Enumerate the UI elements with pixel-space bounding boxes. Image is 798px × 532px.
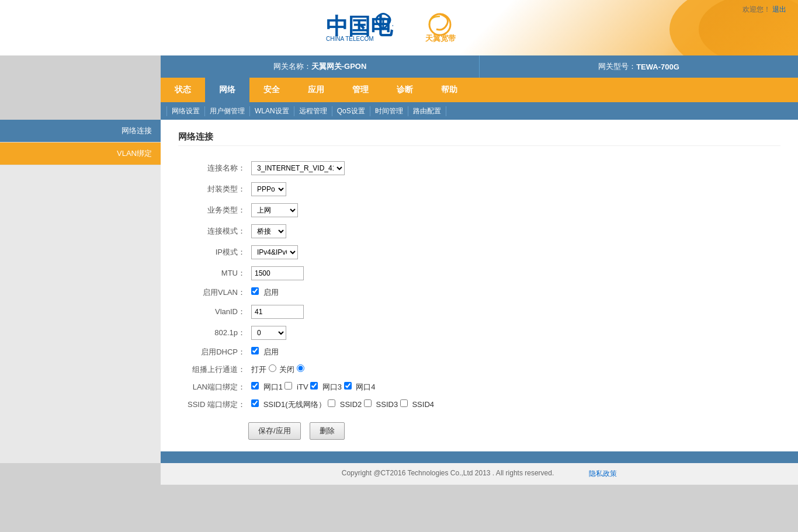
ssid3-label: SSID3 bbox=[376, 400, 398, 409]
main-content: 网络连接 连接名称： 3_INTERNET_R_VID_41 封装类型： P bbox=[161, 120, 798, 451]
dot1p-select[interactable]: 0 1 2 3 4 5 6 7 bbox=[251, 326, 286, 340]
dot1p-row: 802.1p： 0 1 2 3 4 5 6 7 bbox=[178, 322, 437, 343]
lan-itv-label: iTV bbox=[297, 383, 308, 391]
enable-vlan-checkbox[interactable] bbox=[251, 287, 259, 295]
service-type-label: 业务类型： bbox=[178, 200, 248, 221]
enable-dhcp-row: 启用DHCP： 启用 bbox=[178, 343, 437, 361]
nav-security[interactable]: 安全 bbox=[249, 78, 294, 102]
svg-text:CHINA TELECOM: CHINA TELECOM bbox=[326, 36, 374, 42]
connection-name-select[interactable]: 3_INTERNET_R_VID_41 bbox=[251, 161, 345, 175]
tianyi-logo-icon: 天翼宽带 bbox=[422, 12, 475, 44]
nav-network[interactable]: 网络 bbox=[205, 78, 249, 102]
logout-link[interactable]: 退出 bbox=[772, 5, 786, 13]
connection-mode-row: 连接模式： 桥接 路由 bbox=[178, 221, 437, 242]
lan-port1-checkbox[interactable] bbox=[251, 382, 259, 390]
ssid1-checkbox[interactable] bbox=[251, 399, 259, 407]
lan-bind-row: LAN端口绑定： 网口1 iTV 网口3 网口4 bbox=[178, 378, 437, 396]
multicast-off-radio[interactable] bbox=[297, 364, 304, 372]
nav-status[interactable]: 状态 bbox=[161, 78, 205, 102]
lan-port4-label: 网口4 bbox=[356, 383, 375, 391]
enable-vlan-text: 启用 bbox=[263, 288, 279, 297]
mtu-input[interactable]: 1500 bbox=[251, 266, 304, 280]
ssid4-label: SSID4 bbox=[412, 400, 434, 409]
form-buttons: 保存/应用 删除 bbox=[178, 422, 780, 440]
ssid-bind-label: SSID 端口绑定： bbox=[178, 396, 248, 413]
gateway-name-label: 网关名称： bbox=[273, 61, 311, 72]
ssid4-checkbox[interactable] bbox=[400, 399, 408, 407]
vlan-id-input[interactable]: 41 bbox=[251, 305, 304, 319]
sidebar-vlan-bind[interactable]: VLAN绑定 bbox=[0, 142, 161, 165]
nav-diagnose[interactable]: 诊断 bbox=[383, 78, 427, 102]
multicast-off-text: 关闭 bbox=[279, 365, 294, 374]
lan-port1-label: 网口1 bbox=[263, 383, 283, 391]
enable-vlan-label: 启用VLAN： bbox=[178, 284, 248, 301]
service-type-row: 业务类型： 上网 IPTV VoIP bbox=[178, 200, 437, 221]
encap-type-row: 封装类型： PPPoE IPoE Bridge bbox=[178, 179, 437, 200]
china-telecom-logo-icon: 中国电信 CHINA TELECOM bbox=[323, 12, 393, 44]
service-type-select[interactable]: 上网 IPTV VoIP bbox=[251, 203, 298, 217]
lan-itv-checkbox[interactable] bbox=[284, 382, 292, 390]
connection-mode-label: 连接模式： bbox=[178, 221, 248, 242]
page-title: 网络连接 bbox=[178, 131, 780, 146]
nav-app[interactable]: 应用 bbox=[294, 78, 338, 102]
ssid2-checkbox[interactable] bbox=[328, 399, 335, 407]
encap-type-select[interactable]: PPPoE IPoE Bridge bbox=[251, 182, 286, 196]
multicast-row: 组播上行通道： 打开 关闭 bbox=[178, 361, 437, 378]
enable-dhcp-checkbox[interactable] bbox=[251, 347, 259, 354]
save-apply-button[interactable]: 保存/应用 bbox=[248, 422, 301, 440]
dot1p-label: 802.1p： bbox=[178, 322, 248, 343]
sidebar-network-connection[interactable]: 网络连接 bbox=[0, 120, 161, 142]
lan-bind-label: LAN端口绑定： bbox=[178, 378, 248, 396]
multicast-label: 组播上行通道： bbox=[178, 361, 248, 378]
subnav-network-settings[interactable]: 网络设置 bbox=[166, 106, 205, 116]
enable-dhcp-text: 启用 bbox=[263, 347, 279, 356]
connection-form: 连接名称： 3_INTERNET_R_VID_41 封装类型： PPPoE IP… bbox=[178, 158, 437, 413]
gateway-name-value: 天翼网关-GPON bbox=[311, 61, 367, 72]
subnav-user-manage[interactable]: 用户侧管理 bbox=[205, 106, 250, 116]
subnav-time[interactable]: 时间管理 bbox=[370, 106, 408, 116]
welcome-text: 欢迎您！ bbox=[743, 5, 771, 13]
nav-manage[interactable]: 管理 bbox=[338, 78, 383, 102]
ip-mode-row: IP模式： IPv4&IPv6 IPv4 IPv6 bbox=[178, 242, 437, 263]
lan-port3-label: 网口3 bbox=[322, 383, 342, 391]
ssid-bind-row: SSID 端口绑定： SSID1(无线网络） SSID2 SSID3 SSID4 bbox=[178, 396, 437, 413]
subnav-remote[interactable]: 远程管理 bbox=[294, 106, 332, 116]
ip-mode-select[interactable]: IPv4&IPv6 IPv4 IPv6 bbox=[251, 245, 298, 259]
delete-button[interactable]: 删除 bbox=[310, 422, 345, 440]
connection-name-row: 连接名称： 3_INTERNET_R_VID_41 bbox=[178, 158, 437, 179]
multicast-on-radio[interactable] bbox=[269, 364, 276, 372]
subnav-qos[interactable]: QoS设置 bbox=[332, 106, 370, 116]
user-bar: 欢迎您！ 退出 bbox=[743, 5, 786, 15]
ssid3-checkbox[interactable] bbox=[364, 399, 372, 407]
footer-privacy[interactable]: 隐私政策 bbox=[589, 469, 617, 479]
lan-port3-checkbox[interactable] bbox=[310, 382, 318, 390]
svg-text:天翼宽带: 天翼宽带 bbox=[425, 34, 456, 43]
connection-mode-select[interactable]: 桥接 路由 bbox=[251, 224, 286, 238]
enable-dhcp-label: 启用DHCP： bbox=[178, 343, 248, 361]
subnav-route[interactable]: 路由配置 bbox=[408, 106, 446, 116]
encap-type-label: 封装类型： bbox=[178, 179, 248, 200]
ssid1-label: SSID1(无线网络） bbox=[263, 400, 326, 409]
vlan-id-row: VlanID： 41 bbox=[178, 301, 437, 322]
mtu-label: MTU： bbox=[178, 263, 248, 284]
lan-port4-checkbox[interactable] bbox=[344, 382, 352, 390]
vlan-id-label: VlanID： bbox=[178, 301, 248, 322]
gateway-type-value: TEWA-700G bbox=[636, 62, 679, 71]
footer-copyright: Copyright @CT2016 Technologies Co.,Ltd 2… bbox=[342, 469, 554, 479]
multicast-on-text: 打开 bbox=[251, 365, 266, 374]
ssid2-label: SSID2 bbox=[340, 400, 362, 409]
nav-help[interactable]: 帮助 bbox=[427, 78, 471, 102]
subnav-wlan[interactable]: WLAN设置 bbox=[250, 106, 294, 116]
enable-vlan-row: 启用VLAN： 启用 bbox=[178, 284, 437, 301]
connection-name-label: 连接名称： bbox=[178, 158, 248, 179]
mtu-row: MTU： 1500 bbox=[178, 263, 437, 284]
gateway-type-label: 网关型号： bbox=[598, 61, 636, 72]
ip-mode-label: IP模式： bbox=[178, 242, 248, 263]
